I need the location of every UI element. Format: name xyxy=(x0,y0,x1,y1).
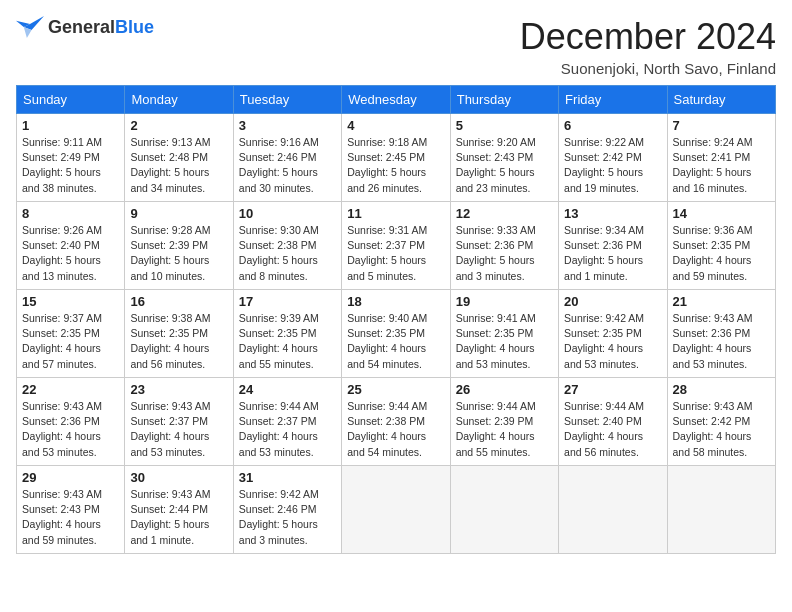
calendar-cell: 13Sunrise: 9:34 AMSunset: 2:36 PMDayligh… xyxy=(559,202,667,290)
cell-info: Sunrise: 9:44 AMSunset: 2:40 PMDaylight:… xyxy=(564,399,661,460)
cell-info: Sunrise: 9:42 AMSunset: 2:35 PMDaylight:… xyxy=(564,311,661,372)
calendar-cell: 1Sunrise: 9:11 AMSunset: 2:49 PMDaylight… xyxy=(17,114,125,202)
cell-info: Sunrise: 9:33 AMSunset: 2:36 PMDaylight:… xyxy=(456,223,553,284)
calendar-cell: 28Sunrise: 9:43 AMSunset: 2:42 PMDayligh… xyxy=(667,378,775,466)
cell-info: Sunrise: 9:44 AMSunset: 2:38 PMDaylight:… xyxy=(347,399,444,460)
calendar-cell: 25Sunrise: 9:44 AMSunset: 2:38 PMDayligh… xyxy=(342,378,450,466)
cell-info: Sunrise: 9:11 AMSunset: 2:49 PMDaylight:… xyxy=(22,135,119,196)
calendar-cell: 3Sunrise: 9:16 AMSunset: 2:46 PMDaylight… xyxy=(233,114,341,202)
svg-marker-1 xyxy=(24,16,44,30)
cell-info: Sunrise: 9:37 AMSunset: 2:35 PMDaylight:… xyxy=(22,311,119,372)
calendar-cell: 14Sunrise: 9:36 AMSunset: 2:35 PMDayligh… xyxy=(667,202,775,290)
calendar-cell: 5Sunrise: 9:20 AMSunset: 2:43 PMDaylight… xyxy=(450,114,558,202)
calendar-cell xyxy=(342,466,450,554)
day-number: 3 xyxy=(239,118,336,133)
day-number: 10 xyxy=(239,206,336,221)
day-number: 26 xyxy=(456,382,553,397)
calendar-cell: 30Sunrise: 9:43 AMSunset: 2:44 PMDayligh… xyxy=(125,466,233,554)
cell-info: Sunrise: 9:44 AMSunset: 2:39 PMDaylight:… xyxy=(456,399,553,460)
calendar-cell xyxy=(667,466,775,554)
cell-info: Sunrise: 9:36 AMSunset: 2:35 PMDaylight:… xyxy=(673,223,770,284)
day-number: 7 xyxy=(673,118,770,133)
calendar-cell: 6Sunrise: 9:22 AMSunset: 2:42 PMDaylight… xyxy=(559,114,667,202)
logo-bird-icon xyxy=(16,16,44,38)
calendar-cell: 22Sunrise: 9:43 AMSunset: 2:36 PMDayligh… xyxy=(17,378,125,466)
day-number: 4 xyxy=(347,118,444,133)
cell-info: Sunrise: 9:43 AMSunset: 2:44 PMDaylight:… xyxy=(130,487,227,548)
day-number: 23 xyxy=(130,382,227,397)
day-number: 11 xyxy=(347,206,444,221)
day-number: 22 xyxy=(22,382,119,397)
calendar-cell: 23Sunrise: 9:43 AMSunset: 2:37 PMDayligh… xyxy=(125,378,233,466)
day-of-week-header: Tuesday xyxy=(233,86,341,114)
calendar-cell xyxy=(450,466,558,554)
cell-info: Sunrise: 9:43 AMSunset: 2:43 PMDaylight:… xyxy=(22,487,119,548)
calendar-cell: 24Sunrise: 9:44 AMSunset: 2:37 PMDayligh… xyxy=(233,378,341,466)
logo-general-text: General xyxy=(48,17,115,37)
calendar-cell: 15Sunrise: 9:37 AMSunset: 2:35 PMDayligh… xyxy=(17,290,125,378)
week-row: 22Sunrise: 9:43 AMSunset: 2:36 PMDayligh… xyxy=(17,378,776,466)
calendar-cell: 19Sunrise: 9:41 AMSunset: 2:35 PMDayligh… xyxy=(450,290,558,378)
cell-info: Sunrise: 9:40 AMSunset: 2:35 PMDaylight:… xyxy=(347,311,444,372)
cell-info: Sunrise: 9:31 AMSunset: 2:37 PMDaylight:… xyxy=(347,223,444,284)
calendar-cell: 9Sunrise: 9:28 AMSunset: 2:39 PMDaylight… xyxy=(125,202,233,290)
week-row: 1Sunrise: 9:11 AMSunset: 2:49 PMDaylight… xyxy=(17,114,776,202)
cell-info: Sunrise: 9:41 AMSunset: 2:35 PMDaylight:… xyxy=(456,311,553,372)
day-number: 21 xyxy=(673,294,770,309)
day-number: 1 xyxy=(22,118,119,133)
day-number: 17 xyxy=(239,294,336,309)
calendar-cell: 26Sunrise: 9:44 AMSunset: 2:39 PMDayligh… xyxy=(450,378,558,466)
logo: GeneralBlue xyxy=(16,16,154,38)
logo-blue-text: Blue xyxy=(115,17,154,37)
day-of-week-header: Friday xyxy=(559,86,667,114)
day-number: 14 xyxy=(673,206,770,221)
cell-info: Sunrise: 9:43 AMSunset: 2:36 PMDaylight:… xyxy=(22,399,119,460)
calendar-cell: 21Sunrise: 9:43 AMSunset: 2:36 PMDayligh… xyxy=(667,290,775,378)
day-number: 13 xyxy=(564,206,661,221)
day-number: 6 xyxy=(564,118,661,133)
day-of-week-header: Thursday xyxy=(450,86,558,114)
cell-info: Sunrise: 9:42 AMSunset: 2:46 PMDaylight:… xyxy=(239,487,336,548)
calendar-cell: 27Sunrise: 9:44 AMSunset: 2:40 PMDayligh… xyxy=(559,378,667,466)
day-number: 12 xyxy=(456,206,553,221)
calendar-cell: 2Sunrise: 9:13 AMSunset: 2:48 PMDaylight… xyxy=(125,114,233,202)
cell-info: Sunrise: 9:18 AMSunset: 2:45 PMDaylight:… xyxy=(347,135,444,196)
week-row: 29Sunrise: 9:43 AMSunset: 2:43 PMDayligh… xyxy=(17,466,776,554)
day-number: 18 xyxy=(347,294,444,309)
cell-info: Sunrise: 9:44 AMSunset: 2:37 PMDaylight:… xyxy=(239,399,336,460)
cell-info: Sunrise: 9:24 AMSunset: 2:41 PMDaylight:… xyxy=(673,135,770,196)
day-number: 25 xyxy=(347,382,444,397)
day-number: 19 xyxy=(456,294,553,309)
calendar-cell: 17Sunrise: 9:39 AMSunset: 2:35 PMDayligh… xyxy=(233,290,341,378)
calendar-cell: 18Sunrise: 9:40 AMSunset: 2:35 PMDayligh… xyxy=(342,290,450,378)
calendar-cell xyxy=(559,466,667,554)
day-number: 20 xyxy=(564,294,661,309)
title-block: December 2024 Suonenjoki, North Savo, Fi… xyxy=(520,16,776,77)
calendar-cell: 11Sunrise: 9:31 AMSunset: 2:37 PMDayligh… xyxy=(342,202,450,290)
day-number: 15 xyxy=(22,294,119,309)
calendar-cell: 12Sunrise: 9:33 AMSunset: 2:36 PMDayligh… xyxy=(450,202,558,290)
day-number: 5 xyxy=(456,118,553,133)
cell-info: Sunrise: 9:38 AMSunset: 2:35 PMDaylight:… xyxy=(130,311,227,372)
day-number: 16 xyxy=(130,294,227,309)
day-number: 31 xyxy=(239,470,336,485)
day-of-week-header: Saturday xyxy=(667,86,775,114)
page-header: GeneralBlue December 2024 Suonenjoki, No… xyxy=(16,16,776,77)
calendar-cell: 20Sunrise: 9:42 AMSunset: 2:35 PMDayligh… xyxy=(559,290,667,378)
calendar-header-row: SundayMondayTuesdayWednesdayThursdayFrid… xyxy=(17,86,776,114)
cell-info: Sunrise: 9:39 AMSunset: 2:35 PMDaylight:… xyxy=(239,311,336,372)
cell-info: Sunrise: 9:16 AMSunset: 2:46 PMDaylight:… xyxy=(239,135,336,196)
location-text: Suonenjoki, North Savo, Finland xyxy=(520,60,776,77)
day-number: 8 xyxy=(22,206,119,221)
calendar-cell: 16Sunrise: 9:38 AMSunset: 2:35 PMDayligh… xyxy=(125,290,233,378)
cell-info: Sunrise: 9:34 AMSunset: 2:36 PMDaylight:… xyxy=(564,223,661,284)
calendar-cell: 4Sunrise: 9:18 AMSunset: 2:45 PMDaylight… xyxy=(342,114,450,202)
calendar-cell: 31Sunrise: 9:42 AMSunset: 2:46 PMDayligh… xyxy=(233,466,341,554)
cell-info: Sunrise: 9:30 AMSunset: 2:38 PMDaylight:… xyxy=(239,223,336,284)
cell-info: Sunrise: 9:43 AMSunset: 2:36 PMDaylight:… xyxy=(673,311,770,372)
week-row: 15Sunrise: 9:37 AMSunset: 2:35 PMDayligh… xyxy=(17,290,776,378)
cell-info: Sunrise: 9:43 AMSunset: 2:42 PMDaylight:… xyxy=(673,399,770,460)
day-number: 28 xyxy=(673,382,770,397)
calendar-cell: 10Sunrise: 9:30 AMSunset: 2:38 PMDayligh… xyxy=(233,202,341,290)
day-of-week-header: Monday xyxy=(125,86,233,114)
